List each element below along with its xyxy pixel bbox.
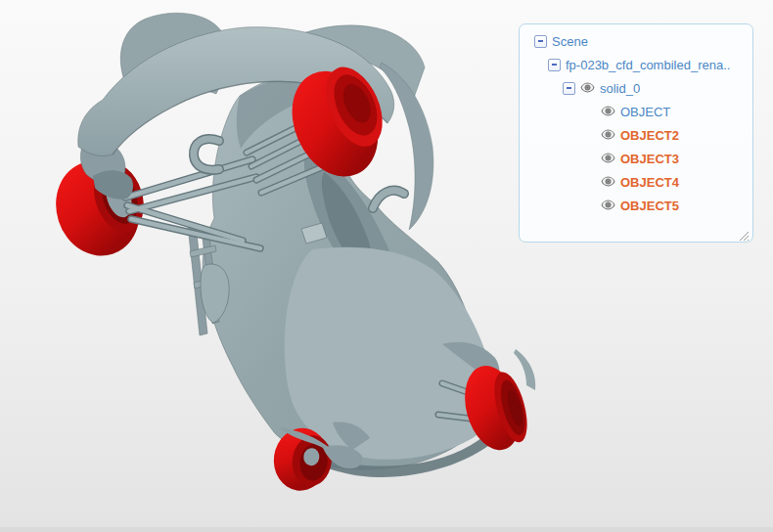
eye-icon[interactable] bbox=[601, 175, 615, 190]
collapse-minus-icon[interactable] bbox=[534, 35, 547, 48]
collapse-minus-icon[interactable] bbox=[548, 59, 561, 71]
tree-item-label[interactable]: Scene bbox=[552, 34, 588, 49]
car-model[interactable] bbox=[44, 13, 536, 494]
tree-item-label[interactable]: OBJECT3 bbox=[620, 152, 679, 166]
tree-item-object2[interactable]: OBJECT2 bbox=[520, 123, 752, 147]
nose-hook bbox=[194, 139, 219, 170]
eye-icon[interactable] bbox=[601, 128, 615, 143]
tree-item-model[interactable]: fp-023b_cfd_combiled_rena.. bbox=[520, 53, 752, 76]
scene-tree-panel: Scene fp-023b_cfd_combiled_rena.. solid_… bbox=[519, 23, 753, 243]
tree-item-object5[interactable]: OBJECT5 bbox=[520, 194, 752, 217]
rear-right-arc bbox=[514, 349, 535, 390]
collapse-minus-icon[interactable] bbox=[563, 82, 575, 95]
tree-item-label[interactable]: OBJECT2 bbox=[620, 128, 679, 143]
tree-item-label[interactable]: fp-023b_cfd_combiled_rena.. bbox=[566, 58, 730, 72]
eye-icon[interactable] bbox=[601, 199, 615, 213]
tree-item-label[interactable]: OBJECT4 bbox=[620, 175, 679, 190]
tree-item-scene[interactable]: Scene bbox=[520, 29, 752, 53]
tree-item-label[interactable]: OBJECT bbox=[620, 105, 670, 119]
tree-item-object3[interactable]: OBJECT3 bbox=[520, 147, 752, 170]
eye-icon[interactable] bbox=[601, 105, 615, 119]
resize-grip-icon[interactable] bbox=[739, 228, 750, 239]
tree-item-label[interactable]: OBJECT5 bbox=[620, 199, 679, 213]
tree-item-label[interactable]: solid_0 bbox=[600, 81, 640, 96]
tree-item-solid-0[interactable]: solid_0 bbox=[520, 76, 752, 100]
tree-item-object4[interactable]: OBJECT4 bbox=[520, 170, 752, 194]
mirror-stub bbox=[373, 191, 404, 208]
viewport-bottom-edge bbox=[0, 527, 773, 532]
tree-item-object[interactable]: OBJECT bbox=[520, 100, 752, 123]
eye-icon[interactable] bbox=[580, 81, 595, 96]
eye-icon[interactable] bbox=[601, 152, 615, 166]
